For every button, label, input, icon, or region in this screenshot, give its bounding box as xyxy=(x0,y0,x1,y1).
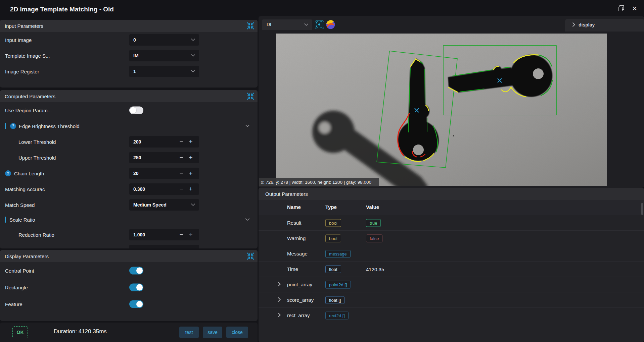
display-panel-header[interactable]: display xyxy=(565,19,644,32)
chevron-down-icon[interactable] xyxy=(245,125,249,127)
stepper-value: 0.300 xyxy=(133,186,145,192)
use-region-toggle[interactable] xyxy=(129,106,143,114)
lower-threshold-stepper[interactable]: 200 − + xyxy=(129,136,199,148)
template-image-dropdown[interactable]: IM xyxy=(129,50,199,61)
image-grain xyxy=(276,34,607,186)
expand-row-icon[interactable] xyxy=(278,313,281,318)
matching-accuracy-stepper[interactable]: 0.300 − + xyxy=(129,183,199,195)
section-title: Display Parameters xyxy=(5,253,49,259)
group-accent-bar xyxy=(5,217,6,223)
match-speed-dropdown[interactable]: Medium Speed xyxy=(129,199,199,211)
output-table-header: Name Type Value xyxy=(259,200,644,215)
table-row-warning: Warning bool false xyxy=(259,231,644,246)
close-window-icon[interactable]: ✕ xyxy=(630,4,639,13)
stepper-value: 1.000 xyxy=(133,232,145,237)
output-name: Result xyxy=(287,220,302,226)
type-badge: rect2d [] xyxy=(325,311,349,319)
group-row-edge-brightness[interactable]: ? Edge Brightness Threshold xyxy=(0,118,258,134)
chevron-down-icon xyxy=(191,39,195,41)
rectangle-toggle[interactable] xyxy=(129,284,143,291)
decrement-button[interactable]: − xyxy=(178,231,184,238)
param-row-reduction-ratio: Reduction Ratio 1.000 − + xyxy=(0,227,258,242)
enlargement-ratio-stepper[interactable]: 1.000 − + xyxy=(129,245,199,249)
section-title: Input Parameters xyxy=(5,23,43,29)
increment-button[interactable]: + xyxy=(188,185,194,193)
section-title: Output Parameters xyxy=(265,191,308,197)
stepper-value: 200 xyxy=(133,139,141,145)
param-label: Lower Threshold xyxy=(18,139,56,145)
increment-button[interactable]: + xyxy=(188,154,194,161)
camera-image[interactable] xyxy=(276,34,607,186)
param-row-rectangle: Rectangle xyxy=(0,279,258,296)
save-button[interactable]: save xyxy=(203,327,222,338)
param-label: Matching Accurac xyxy=(5,186,45,192)
column-divider xyxy=(361,205,361,211)
app-window: 2D Image Template Matching - Old ✕ Input… xyxy=(0,0,644,342)
expand-row-icon[interactable] xyxy=(278,297,281,302)
table-row-message: Message message xyxy=(259,246,644,262)
param-row-template-image: Template Image S... IM xyxy=(0,48,258,63)
dropdown-value: 0 xyxy=(133,37,136,43)
value-badge: true xyxy=(366,219,381,227)
param-label: Template Image S... xyxy=(5,53,50,58)
collapse-section-icon[interactable] xyxy=(247,22,254,30)
expand-row-icon[interactable] xyxy=(278,282,281,287)
group-accent-bar xyxy=(5,123,6,129)
increment-button[interactable]: + xyxy=(188,170,194,177)
param-label: Image Register xyxy=(5,68,39,74)
decrement-button[interactable]: − xyxy=(178,138,184,146)
decrement-button[interactable]: − xyxy=(178,170,184,177)
status-badge: OK xyxy=(12,326,28,338)
output-name: point_array xyxy=(287,282,312,287)
param-label: Reduction Ratio xyxy=(18,232,54,237)
display-parameters-section: Display Parameters Central Point Rectang… xyxy=(0,250,258,321)
increment-button[interactable]: + xyxy=(188,138,194,146)
output-name: rect_array xyxy=(287,312,310,318)
restore-window-icon[interactable] xyxy=(617,5,625,13)
test-button[interactable]: test xyxy=(179,327,199,338)
param-label: Enlargement Ratio xyxy=(18,247,60,248)
decrement-button[interactable]: − xyxy=(178,185,184,193)
output-name: score_array xyxy=(287,297,314,303)
collapse-section-icon[interactable] xyxy=(247,93,254,100)
type-badge: float [] xyxy=(325,296,344,304)
decrement-button[interactable]: − xyxy=(178,154,184,161)
param-label: Rectangle xyxy=(5,285,28,290)
param-row-input-image: Input Image 0 xyxy=(0,32,258,48)
param-label: Upper Threshold xyxy=(18,155,56,160)
output-parameters-header: Output Parameters xyxy=(259,188,644,200)
focus-region-icon[interactable] xyxy=(315,20,324,29)
image-register-dropdown[interactable]: 1 xyxy=(129,66,199,77)
feature-toggle[interactable] xyxy=(129,300,143,308)
param-row-chain-length: ? Chain Length 20 − + xyxy=(0,165,258,181)
param-row-lower-threshold: Lower Threshold 200 − + xyxy=(0,134,258,150)
scrollbar-thumb[interactable] xyxy=(641,203,643,215)
output-name: Time xyxy=(287,266,298,272)
column-divider xyxy=(320,205,320,211)
help-icon[interactable]: ? xyxy=(10,123,16,129)
dropdown-value: 1 xyxy=(133,69,136,74)
chevron-down-icon xyxy=(191,204,195,206)
window-title: 2D Image Template Matching - Old xyxy=(10,6,114,13)
dust-speck xyxy=(453,135,454,136)
help-icon[interactable]: ? xyxy=(5,170,11,176)
group-row-scale-ratio[interactable]: Scale Ratio xyxy=(0,213,258,227)
reduction-ratio-stepper[interactable]: 1.000 − + xyxy=(129,229,199,240)
dropdown-value: DI xyxy=(267,22,271,27)
input-image-dropdown[interactable]: 0 xyxy=(129,34,199,46)
output-parameters-section: Output Parameters Name Type Value Result… xyxy=(259,188,644,342)
central-point-toggle[interactable] xyxy=(129,267,143,275)
input-parameters-header: Input Parameters xyxy=(0,20,258,32)
chevron-down-icon[interactable] xyxy=(245,218,249,221)
image-source-dropdown[interactable]: DI xyxy=(262,19,312,30)
upper-threshold-stepper[interactable]: 250 − + xyxy=(129,152,199,163)
input-parameters-section: Input Parameters Input Image 0 Template … xyxy=(0,20,258,88)
type-badge: bool xyxy=(325,219,341,227)
color-render-icon[interactable] xyxy=(326,20,335,30)
chevron-down-icon xyxy=(304,23,308,26)
close-button[interactable]: close xyxy=(226,327,248,338)
collapse-section-icon[interactable] xyxy=(247,252,254,260)
param-label: Chain Length xyxy=(14,170,44,176)
output-name: Warning xyxy=(287,235,306,241)
chain-length-stepper[interactable]: 20 − + xyxy=(129,168,199,179)
